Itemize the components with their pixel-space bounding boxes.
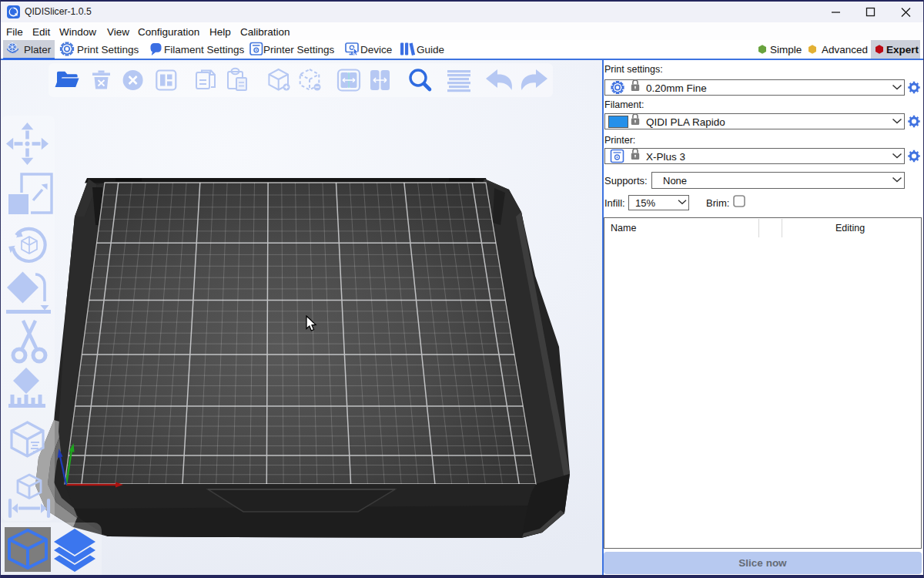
svg-text:0.20mm Fine: 0.20mm Fine <box>646 82 707 94</box>
svg-text:X-Plus 3: X-Plus 3 <box>646 151 685 163</box>
svg-text:QIDI PLA Rapido: QIDI PLA Rapido <box>646 116 725 128</box>
